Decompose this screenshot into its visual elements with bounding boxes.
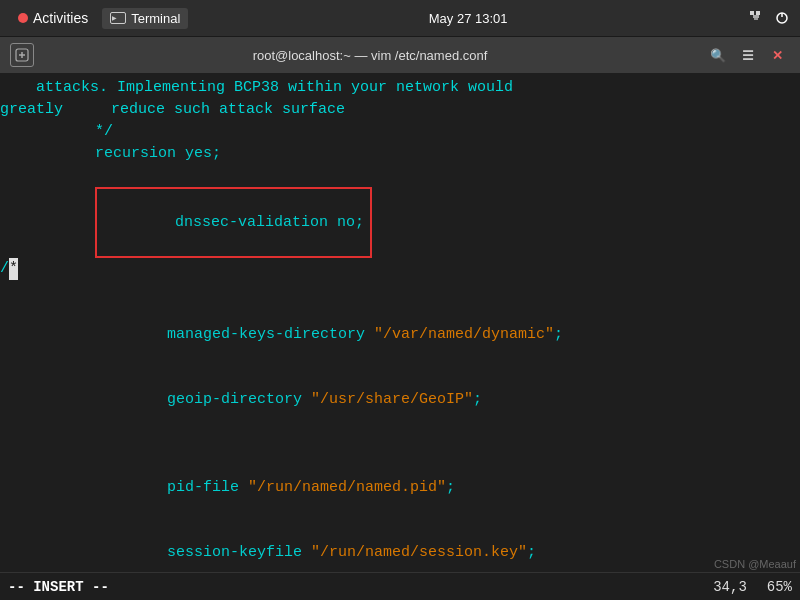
activities-label: Activities [33,10,88,26]
dnssec-highlight-box: dnssec-validation no; [95,187,372,258]
statusbar-right: 34,3 65% [713,579,792,595]
vim-line-slash-star: /* [0,258,800,280]
watermark: CSDN @Meaauf [714,558,796,570]
vim-line-empty1 [0,165,800,187]
terminal-taskbar-button[interactable]: Terminal [102,8,188,29]
menu-button[interactable]: ☰ [736,43,760,67]
activities-button[interactable]: Activities [10,6,96,30]
close-button[interactable]: ✕ [766,43,790,67]
statusbar: -- INSERT -- 34,3 65% [0,572,800,600]
network-icon [748,9,764,28]
vim-line-recursion: recursion yes; [0,143,800,165]
terminal-label: Terminal [131,11,180,26]
svg-rect-1 [756,11,760,15]
vim-mode: -- INSERT -- [8,579,109,595]
topbar-left: Activities Terminal [10,6,188,30]
vim-line-empty2 [0,280,800,302]
terminal-titlebar: root@localhost:~ — vim /etc/named.conf 🔍… [0,37,800,73]
vim-editor[interactable]: attacks. Implementing BCP38 within your … [0,73,800,572]
vim-line-attacks: attacks. Implementing BCP38 within your … [0,77,800,99]
vim-line-end-comment: */ [0,121,800,143]
vim-cursor: * [9,258,18,280]
terminal-icon [110,12,126,24]
titlebar-buttons: 🔍 ☰ ✕ [706,43,790,67]
svg-rect-0 [750,11,754,15]
activities-icon [18,13,28,23]
cursor-position: 34,3 [713,579,747,595]
vim-line-geoip: geoip-directory "/usr/share/GeoIP"; [0,368,800,433]
vim-line-managed-keys: managed-keys-directory "/var/named/dynam… [0,302,800,367]
vim-line-empty3 [0,433,800,455]
top-panel: Activities Terminal May 27 13:01 [0,0,800,37]
topbar-clock: May 27 13:01 [429,11,508,26]
vim-line-pid: pid-file "/run/named/named.pid"; [0,455,800,520]
search-button[interactable]: 🔍 [706,43,730,67]
vim-line-session: session-keyfile "/run/named/session.key"… [0,520,800,572]
topbar-right [748,9,790,28]
scroll-percent: 65% [767,579,792,595]
power-icon [774,9,790,28]
vim-line-dnssec: dnssec-validation no; [0,187,800,258]
svg-rect-2 [753,15,759,18]
vim-line-greatly: greatly reduce such attack surface [0,99,800,121]
terminal-window: root@localhost:~ — vim /etc/named.conf 🔍… [0,37,800,600]
svg-rect-3 [754,18,758,20]
window-title: root@localhost:~ — vim /etc/named.conf [253,48,488,63]
new-tab-button[interactable] [10,43,34,67]
